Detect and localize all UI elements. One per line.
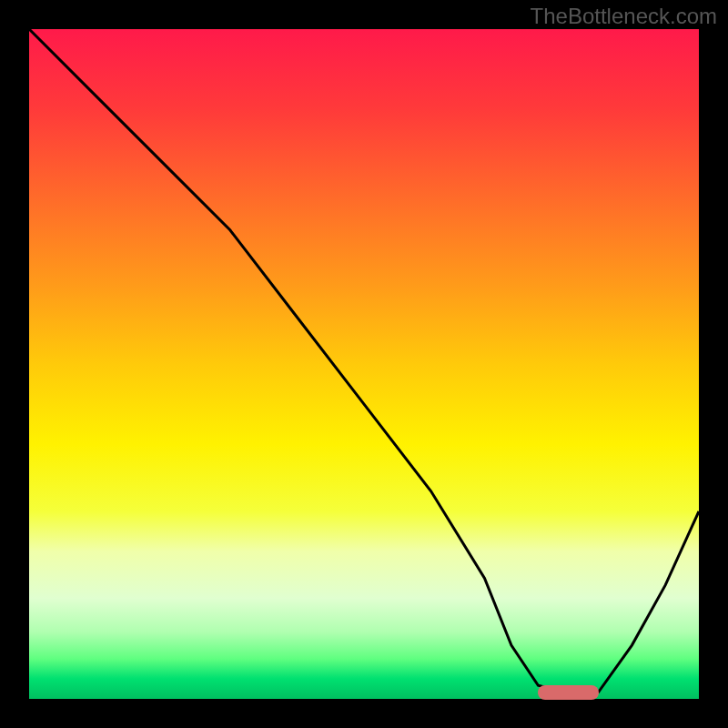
optimal-range-marker — [538, 685, 598, 700]
chart-plot-area — [29, 29, 699, 699]
bottleneck-curve — [29, 29, 699, 699]
watermark-text: TheBottleneck.com — [531, 4, 717, 29]
